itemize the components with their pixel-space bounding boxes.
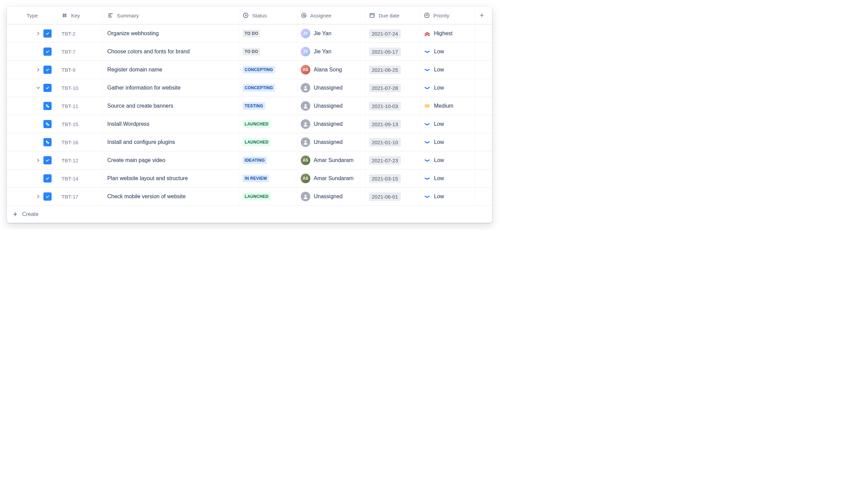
cell-priority[interactable]: Low [420,151,475,169]
issue-summary: Install Wordpress [107,121,149,127]
avatar: AS [301,156,310,165]
cell-summary[interactable]: Source and create banners [102,97,239,115]
cell-priority[interactable]: Highest [420,25,475,42]
status-lozenge: TO DO [243,48,260,56]
cell-assignee[interactable]: ASAlana Song [297,61,366,78]
cell-assignee[interactable]: JYJie Yan [297,25,366,42]
cell-due-date[interactable]: 2021-07-23 [366,151,420,169]
cell-summary[interactable]: Choose colors and fonts for brand [102,43,239,61]
cell-assignee[interactable]: ASAmar Sundaram [297,170,366,187]
cell-summary[interactable]: Gather information for website [102,79,239,97]
table-row[interactable]: TBT-2Organize webhostingTO DOJYJie Yan20… [7,25,492,43]
cell-priority[interactable]: Low [420,170,475,187]
col-header-key[interactable]: Key [58,7,102,24]
cell-summary[interactable]: Organize webhosting [102,25,239,42]
cell-key[interactable]: TBT-7 [58,43,102,61]
cell-priority[interactable]: Low [420,61,475,78]
cell-assignee[interactable]: Unassigned [297,115,366,133]
task-type-icon [44,65,52,74]
cell-status[interactable]: TO DO [239,25,297,42]
svg-rect-0 [108,13,113,14]
cell-status[interactable]: IN REVIEW [239,170,297,187]
cell-assignee[interactable]: Unassigned [297,133,366,151]
due-date-badge: 2021-07-28 [369,84,401,92]
cell-priority[interactable]: Low [420,133,475,151]
cell-key[interactable]: TBT-17 [58,187,102,205]
cell-priority[interactable]: Low [420,43,475,61]
chevron-down-icon[interactable] [35,86,41,89]
table-row[interactable]: TBT-11Source and create bannersTESTINGUn… [7,97,492,115]
issue-summary: Install and configure plugins [107,139,175,145]
cell-status[interactable]: CONCEPTING [239,79,297,97]
cell-key[interactable]: TBT-12 [58,151,102,169]
cell-type [7,43,58,61]
add-column-button[interactable]: + [475,7,489,24]
create-issue-button[interactable]: + Create [7,206,492,223]
cell-status[interactable]: TESTING [239,97,297,115]
cell-trailing [475,97,489,115]
cell-key[interactable]: TBT-14 [58,170,102,187]
cell-due-date[interactable]: 2021-06-25 [366,61,420,78]
priority-label: Highest [434,31,452,37]
cell-assignee[interactable]: Unassigned [297,187,366,205]
due-date-badge: 2021-09-13 [369,120,401,129]
cell-type [7,170,58,187]
cell-due-date[interactable]: 2021-01-10 [366,133,420,151]
cell-key[interactable]: TBT-9 [58,61,102,78]
cell-due-date[interactable]: 2021-05-17 [366,43,420,61]
cell-due-date[interactable]: 2021-07-24 [366,25,420,42]
cell-status[interactable]: IDEATING [239,151,297,169]
col-header-summary[interactable]: Summary [102,7,239,24]
table-row[interactable]: TBT-7Choose colors and fonts for brandTO… [7,43,492,61]
cell-assignee[interactable]: Unassigned [297,79,366,97]
cell-summary[interactable]: Create main page video [102,151,239,169]
chevron-right-icon[interactable] [35,159,41,162]
cell-assignee[interactable]: ASAmar Sundaram [297,151,366,169]
col-header-due[interactable]: Due date [366,7,420,24]
due-date-badge: 2021-07-23 [369,156,401,165]
cell-key[interactable]: TBT-11 [58,97,102,115]
summary-icon [107,12,113,19]
cell-summary[interactable]: Register domain name [102,61,239,78]
cell-summary[interactable]: Install Wordpress [102,115,239,133]
cell-due-date[interactable]: 2021-07-28 [366,79,420,97]
cell-priority[interactable]: Medium [420,97,475,115]
table-row[interactable]: TBT-14Plan website layout and structureI… [7,170,492,187]
chevron-right-icon[interactable] [35,195,41,198]
table-row[interactable]: TBT-9Register domain nameCONCEPTINGASAla… [7,61,492,79]
cell-status[interactable]: TO DO [239,43,297,61]
chevron-right-icon[interactable] [35,32,41,35]
cell-assignee[interactable]: Unassigned [297,97,366,115]
cell-due-date[interactable]: 2021-10-03 [366,97,420,115]
plus-icon: + [13,210,17,218]
cell-priority[interactable]: Low [420,79,475,97]
cell-status[interactable]: LAUNCHED [239,133,297,151]
cell-key[interactable]: TBT-15 [58,115,102,133]
cell-due-date[interactable]: 2021-06-01 [366,187,420,205]
cell-summary[interactable]: Install and configure plugins [102,133,239,151]
col-header-type[interactable]: Type [7,7,58,24]
priority-label: Low [434,66,444,73]
cell-status[interactable]: LAUNCHED [239,187,297,205]
cell-status[interactable]: CONCEPTING [239,61,297,78]
cell-summary[interactable]: Check mobile version of website [102,187,239,205]
table-row[interactable]: TBT-16Install and configure pluginsLAUNC… [7,133,492,151]
table-row[interactable]: TBT-17Check mobile version of websiteLAU… [7,187,492,206]
chevron-right-icon[interactable] [35,68,41,71]
table-row[interactable]: TBT-15Install WordpressLAUNCHEDUnassigne… [7,115,492,133]
table-row[interactable]: TBT-10Gather information for websiteCONC… [7,79,492,97]
cell-due-date[interactable]: 2021-09-13 [366,115,420,133]
table-row[interactable]: TBT-12Create main page videoIDEATINGASAm… [7,151,492,170]
cell-priority[interactable]: Low [420,187,475,205]
cell-status[interactable]: LAUNCHED [239,115,297,133]
col-header-status[interactable]: Status [239,7,297,24]
col-header-priority[interactable]: Priority [420,7,475,24]
col-header-assignee[interactable]: Assignee [297,7,366,24]
cell-summary[interactable]: Plan website layout and structure [102,170,239,187]
cell-assignee[interactable]: JYJie Yan [297,43,366,61]
cell-key[interactable]: TBT-10 [58,79,102,97]
cell-due-date[interactable]: 2021-03-15 [366,170,420,187]
cell-priority[interactable]: Low [420,115,475,133]
cell-key[interactable]: TBT-16 [58,133,102,151]
cell-key[interactable]: TBT-2 [58,25,102,42]
